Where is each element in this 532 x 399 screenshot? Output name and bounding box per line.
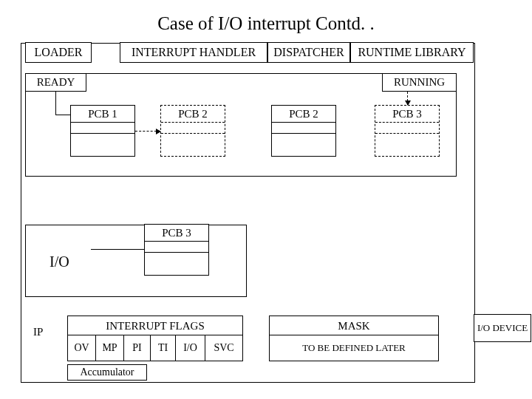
dispatcher-module: DISPATCHER bbox=[267, 42, 350, 63]
pcb3-solid-label: PCB 3 bbox=[145, 225, 208, 241]
flag-mp: MP bbox=[96, 335, 124, 361]
loader-module: LOADER bbox=[25, 42, 92, 63]
pcb2-dashed-row2 bbox=[161, 133, 225, 144]
line-ready-to-pcb1 bbox=[55, 115, 70, 115]
ip-label: IP bbox=[33, 326, 43, 338]
line-ready-stub bbox=[55, 92, 56, 115]
pcb1-row1 bbox=[71, 122, 134, 133]
flag-ov: OV bbox=[68, 335, 96, 361]
pcb1-block: PCB 1 bbox=[70, 105, 135, 157]
io-label: I/O bbox=[50, 253, 69, 270]
interrupt-flags-row: OV MP PI TI I/O SVC bbox=[68, 335, 242, 361]
mask-box: MASK TO BE DEFINED LATER bbox=[269, 316, 439, 361]
io-device-box: I/O DEVICE bbox=[474, 314, 531, 342]
flag-svc: SVC bbox=[205, 335, 242, 361]
memory-frame: LOADER INTERRUPT HANDLER DISPATCHER RUNT… bbox=[21, 43, 475, 383]
pcb1-label: PCB 1 bbox=[71, 106, 134, 122]
pcb3-dashed-row1 bbox=[375, 122, 439, 133]
flag-pi: PI bbox=[124, 335, 151, 361]
pcb2-solid-block: PCB 2 bbox=[271, 105, 336, 157]
pcb3-dashed-row2 bbox=[375, 133, 439, 144]
ready-label: READY bbox=[26, 74, 86, 92]
pcb2-dashed-row1 bbox=[161, 122, 225, 133]
pcb3-solid-block: PCB 3 bbox=[144, 224, 209, 276]
pcb1-row2 bbox=[71, 133, 134, 144]
io-queue-box: I/O PCB 3 bbox=[25, 225, 247, 297]
ready-queue-box: READY RUNNING PCB 1 PCB 2 PCB 2 PCB 3 bbox=[25, 73, 457, 177]
flag-ti: TI bbox=[151, 335, 176, 361]
pcb3-dashed-block: PCB 3 bbox=[375, 105, 440, 157]
mask-header: MASK bbox=[270, 316, 438, 335]
running-label: RUNNING bbox=[382, 74, 456, 92]
arrow-pcb1-to-pcb2 bbox=[135, 131, 160, 132]
slide-title: Case of I/O interrupt Contd. . bbox=[0, 13, 532, 34]
runtime-library-module: RUNTIME LIBRARY bbox=[350, 42, 474, 63]
mask-body: TO BE DEFINED LATER bbox=[270, 335, 438, 361]
pcb2-solid-row1 bbox=[272, 122, 335, 133]
pcb2-solid-row2 bbox=[272, 133, 335, 144]
pcb2-solid-label: PCB 2 bbox=[272, 106, 335, 122]
interrupt-handler-module: INTERRUPT HANDLER bbox=[120, 42, 267, 63]
pcb2-dashed-block: PCB 2 bbox=[160, 105, 225, 157]
pcb3-solid-row2 bbox=[145, 252, 208, 263]
arrow-running-to-pcb3 bbox=[407, 92, 408, 105]
interrupt-flags-box: INTERRUPT FLAGS OV MP PI TI I/O SVC bbox=[67, 316, 243, 361]
pcb3-solid-row1 bbox=[145, 241, 208, 252]
accumulator-box: Accumulator bbox=[67, 364, 147, 381]
flag-io: I/O bbox=[176, 335, 205, 361]
line-io-to-pcb3 bbox=[91, 249, 144, 250]
pcb3-dashed-label: PCB 3 bbox=[375, 106, 439, 122]
pcb2-dashed-label: PCB 2 bbox=[161, 106, 225, 122]
interrupt-flags-header: INTERRUPT FLAGS bbox=[68, 316, 242, 335]
